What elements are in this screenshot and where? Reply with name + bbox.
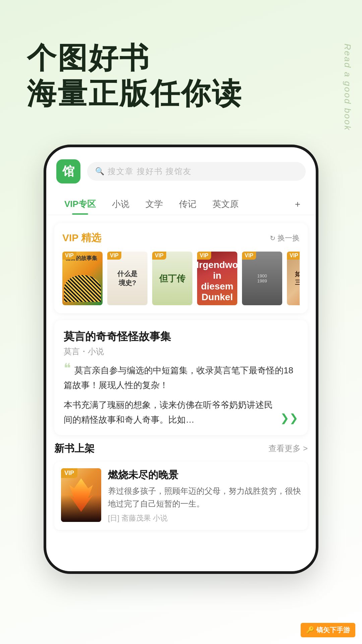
vip-badge-3: VIP — [152, 252, 166, 260]
featured-section: 莫言的奇奇怪怪故事集 莫言・小说 ❝ 莫言亲自参与编选的中短篇集，收录莫言笔下最… — [54, 320, 308, 435]
new-book-title-1: 燃烧未尽的晚景 — [108, 468, 301, 482]
book-item-3[interactable]: VIP 但丁传 — [152, 252, 192, 305]
tiger-decoration — [64, 275, 101, 302]
app-logo-text: 馆 — [62, 163, 74, 180]
book-cover-3: VIP 但丁传 — [152, 252, 192, 305]
book-title-3: 但丁传 — [159, 272, 185, 284]
new-books-title: 新书上架 — [54, 442, 95, 455]
expand-icon[interactable]: ❯❯ — [280, 409, 298, 427]
hero-side-text: Read a good book — [342, 44, 353, 131]
tab-novel[interactable]: 小说 — [104, 194, 137, 215]
book-cover-1: VIP — [62, 252, 103, 305]
hero-title-line2: 海量正版任你读 — [27, 76, 335, 111]
book-title-5: 19001989 — [257, 273, 267, 283]
phone-mockup: 馆 🔍 搜文章 搜好书 搜馆友 VIP专区 小说 文学 传记 英文原 — [44, 145, 318, 574]
hero-section: 个图好书 海量正版任你读 Read a good book — [0, 0, 362, 131]
new-book-author-1: [日] 斋藤茂果 小说 — [108, 513, 301, 523]
refresh-icon: ↻ — [270, 234, 276, 242]
book-title-4: Irgendwoin diesemDunkel — [197, 260, 237, 303]
book-cover-4: VIP Irgendwoin diesemDunkel — [197, 252, 237, 305]
book-item-4[interactable]: VIP Irgendwoin diesemDunkel — [197, 252, 237, 305]
refresh-button[interactable]: ↻ 换一换 — [270, 233, 300, 243]
vip-section-title: VIP 精选 — [62, 231, 101, 245]
new-book-vip-badge: VIP — [61, 468, 77, 478]
new-book-item-1[interactable]: VIP 燃烧未尽的晚景 养过很多孩子，照顾年迈的父母，努力战胜贫穷，很快地过完了… — [54, 462, 308, 530]
vip-book-shelf: VIP VIP 什么是境史? VIP 但丁传 — [62, 252, 300, 305]
new-books-more-button[interactable]: 查看更多 > — [268, 443, 308, 454]
quote-mark-icon: ❝ — [64, 361, 71, 375]
tab-english[interactable]: 英文原 — [204, 194, 247, 215]
flame-decoration — [69, 478, 93, 512]
app-logo[interactable]: 馆 — [56, 159, 80, 183]
featured-desc-2: 本书充满了瑰丽的想象，读来仿佛在听爷爷奶奶讲述民间的精怪故事和奇人奇事。比如… … — [64, 397, 298, 427]
featured-desc-1: ❝ 莫言亲自参与编选的中短篇集，收录莫言笔下最奇怪的18篇故事！展现人性的复杂！ — [64, 363, 298, 392]
book-cover-6: VIP 如何带着三文旅行 — [287, 252, 300, 305]
vip-badge-1: VIP — [62, 252, 76, 260]
book-item-1[interactable]: VIP — [62, 252, 103, 305]
watermark: 🔑 镐矢下手游 — [301, 623, 355, 637]
vip-section-header: VIP 精选 ↻ 换一换 — [62, 231, 300, 245]
book-item-6[interactable]: VIP 如何带着三文旅行 — [287, 252, 300, 305]
watermark-text: 🔑 镐矢下手游 — [306, 626, 350, 634]
book-cover-2: VIP 什么是境史? — [107, 252, 147, 305]
tab-vip[interactable]: VIP专区 — [56, 194, 104, 215]
featured-book-title[interactable]: 莫言的奇奇怪怪故事集 — [64, 329, 298, 344]
app-header: 馆 🔍 搜文章 搜好书 搜馆友 — [46, 147, 316, 190]
book-item-5[interactable]: VIP 19001989 — [242, 252, 282, 305]
new-book-cover-1: VIP — [61, 468, 101, 522]
vip-badge-2: VIP — [107, 252, 121, 260]
book-cover-5: VIP 19001989 — [242, 252, 282, 305]
book-title-6: 如何带着三文旅行 — [295, 270, 300, 287]
book-item-2[interactable]: VIP 什么是境史? — [107, 252, 147, 305]
hero-title-line1: 个图好书 — [27, 40, 335, 76]
search-icon: 🔍 — [95, 167, 104, 176]
search-bar[interactable]: 🔍 搜文章 搜好书 搜馆友 — [87, 162, 306, 181]
vip-badge-4: VIP — [197, 252, 211, 260]
new-book-info-1: 燃烧未尽的晚景 养过很多孩子，照顾年迈的父母，努力战胜贫穷，很快地过完了自己短暂… — [108, 468, 301, 523]
book-title-2: 什么是境史? — [117, 269, 137, 287]
new-books-header: 新书上架 查看更多 > — [54, 442, 308, 455]
vip-section: VIP 精选 ↻ 换一换 VIP VIP — [54, 223, 308, 313]
nav-tabs: VIP专区 小说 文学 传记 英文原 + — [46, 190, 316, 215]
tab-biography[interactable]: 传记 — [171, 194, 204, 215]
featured-book-author: 莫言・小说 — [64, 346, 298, 357]
tab-more-plus[interactable]: + — [290, 196, 306, 213]
tab-literature[interactable]: 文学 — [137, 194, 171, 215]
vip-badge-5: VIP — [242, 252, 256, 260]
new-book-desc-1: 养过很多孩子，照顾年迈的父母，努力战胜贫穷，很快地过完了自己短暂的一生。 — [108, 485, 301, 511]
new-books-section: 新书上架 查看更多 > VIP 燃烧未尽的晚景 养过很多孩子，照顾年迈的父母，努… — [54, 442, 308, 530]
search-placeholder-text: 搜文章 搜好书 搜馆友 — [108, 166, 192, 177]
phone-mockup-wrap: 馆 🔍 搜文章 搜好书 搜馆友 VIP专区 小说 文学 传记 英文原 — [0, 131, 362, 574]
vip-badge-6: VIP — [287, 252, 300, 260]
